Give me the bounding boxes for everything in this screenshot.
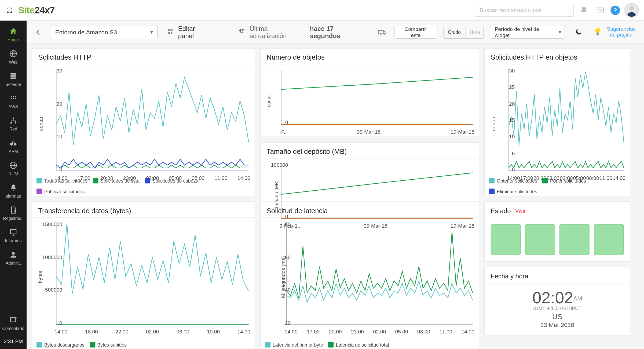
sidebar-label: APM	[9, 149, 18, 154]
sidebar-item-apm[interactable]: APM	[0, 135, 27, 157]
binoculars-icon	[9, 138, 18, 148]
svg-point-9	[10, 143, 13, 146]
brand-site: Site	[18, 5, 34, 15]
envelope-icon[interactable]	[594, 4, 606, 16]
seg-hour[interactable]: Hora	[466, 26, 484, 38]
environment-select[interactable]: Entorno de Amazon S3	[50, 25, 158, 39]
sidebar-item-network[interactable]: Red	[0, 112, 27, 135]
legend: Bytes descargadosBytes subidos	[36, 342, 250, 348]
grid-plus-icon	[167, 28, 175, 36]
panel-status: Estado Vivir	[484, 201, 630, 261]
svg-point-10	[14, 143, 17, 146]
page-suggestions-link[interactable]: 💡 Sugerencias de página	[593, 26, 638, 38]
svg-rect-0	[597, 8, 603, 13]
sidebar-label: RUM	[8, 171, 18, 176]
user-avatar[interactable]	[624, 3, 639, 17]
svg-rect-4	[10, 75, 16, 77]
svg-rect-8	[15, 122, 16, 123]
x-ticks: -F..05-Mar-1819-Mar-18	[280, 129, 474, 135]
last-update: Última actualización hace 17 segundos	[238, 25, 365, 39]
sidebar-item-home[interactable]: Hogar	[0, 23, 27, 45]
panel-title: Solicitudes HTTP en objetos	[485, 49, 630, 64]
dark-mode-icon[interactable]	[575, 27, 584, 37]
bell-icon[interactable]	[578, 4, 590, 16]
chart-httpobj[interactable]: contar 051015202530 14:0017:0020:0023:00…	[485, 64, 630, 196]
sidebar-item-admin[interactable]: Admini..	[0, 246, 27, 269]
sidebar-item-web[interactable]: Web	[0, 46, 27, 68]
panel-data-transfer: Transferencia de datos (bytes) bytes 050…	[32, 201, 255, 349]
truck-icon[interactable]	[377, 26, 389, 38]
aws-icon	[9, 94, 18, 103]
raw-hour-toggle[interactable]: Crudo Hora	[443, 26, 484, 38]
status-box[interactable]	[491, 224, 521, 255]
legend: Obtener solicitudesPoner solicitudesElim…	[489, 178, 625, 194]
share-button[interactable]: Compartir este	[394, 26, 437, 38]
pencil-icon	[9, 315, 18, 325]
status-box[interactable]	[559, 224, 590, 255]
search-input[interactable]	[475, 4, 574, 17]
sidebar-label: Informes	[5, 238, 21, 243]
svg-rect-18	[168, 32, 170, 34]
legend: Todas las solicitudesSolicitudes de list…	[36, 178, 250, 194]
refresh-icon[interactable]	[238, 28, 245, 36]
y-ticks: 0	[273, 68, 288, 125]
svg-point-14	[12, 252, 15, 255]
sidebar-label: Comentario	[2, 326, 24, 331]
chart-objcount[interactable]: contar 0 -F..05-Mar-1819-Mar-18	[261, 64, 479, 137]
status-box[interactable]	[594, 224, 624, 255]
sidebar-item-server[interactable]: Servidor	[0, 68, 27, 90]
status-box[interactable]	[525, 224, 555, 255]
dt-region: US	[489, 313, 625, 321]
sidebar-label: Hogar	[8, 37, 19, 42]
left-sidebar: Hogar Web Servidor AWS Red APM RUM alarm…	[0, 21, 27, 349]
chart-http[interactable]: contar 0102030 14:0017:0020:0023:0002:00…	[32, 64, 255, 196]
chart-data[interactable]: bytes 050000010000001500000 14:0018:0022…	[32, 218, 255, 349]
sidebar-label: Servidor	[5, 82, 21, 87]
panel-http-requests: Solicitudes HTTP contar 0102030 14:0017:…	[32, 48, 255, 196]
panel-latency: Solicitud de latencia Milisegundos (ms) …	[260, 201, 479, 349]
sidebar-label: alarmas	[6, 194, 21, 199]
y-ticks: 1000000	[273, 162, 288, 219]
globe2-icon	[9, 161, 18, 170]
sidebar-item-rum[interactable]: RUM	[0, 157, 27, 180]
y-label: contar	[266, 94, 271, 107]
y-ticks: 20406080	[269, 221, 291, 326]
sidebar-label: Registros..	[3, 216, 23, 221]
back-arrow-icon[interactable]	[33, 26, 44, 38]
dashboard-toolbar: Entorno de Amazon S3 Editar panel Última…	[27, 21, 644, 44]
sidebar-item-alarms[interactable]: alarmas	[0, 180, 27, 202]
svg-rect-7	[10, 122, 12, 123]
edit-panel-button[interactable]: Editar panel	[163, 23, 215, 41]
panel-title: Transferencia de datos (bytes)	[32, 202, 255, 218]
legend: Latencia del primer byteLatencia de soli…	[265, 342, 474, 348]
live-label: Vivir	[515, 208, 526, 214]
sidebar-item-logs[interactable]: Registros..	[0, 202, 27, 224]
svg-rect-3	[10, 73, 16, 75]
sidebar-label: AWS	[9, 104, 18, 109]
sidebar-label: Red	[9, 127, 17, 132]
help-icon[interactable]: ?	[610, 5, 620, 15]
chart-latency[interactable]: Milisegundos (ms) 20406080 14:0017:0020:…	[261, 218, 479, 349]
seg-raw[interactable]: Crudo	[444, 26, 466, 38]
sidebar-item-reports[interactable]: Informes	[0, 224, 27, 246]
bell2-icon	[9, 183, 18, 192]
sidebar-item-feedback[interactable]: Comentario	[0, 312, 27, 334]
last-update-label: Última actualización	[250, 25, 306, 39]
fullscreen-icon[interactable]	[5, 6, 14, 14]
sidebar-clock: 2:31 PM	[0, 334, 27, 349]
sidebar-label: Web	[9, 60, 18, 64]
bulb-icon: 💡	[593, 28, 602, 36]
edit-panel-label: Editar panel	[178, 25, 212, 39]
svg-rect-5	[10, 78, 16, 79]
panel-title: Tamaño del depósito (MB)	[261, 143, 479, 158]
svg-rect-6	[13, 118, 14, 119]
svg-rect-15	[10, 318, 16, 322]
y-ticks: 0102030	[41, 68, 62, 173]
home-icon	[9, 27, 18, 36]
suggest-label: Sugerencias de página	[605, 26, 638, 38]
sidebar-item-aws[interactable]: AWS	[0, 90, 27, 112]
dt-date: 23 Mar 2018	[489, 321, 625, 328]
panel-http-objects: Solicitudes HTTP en objetos contar 05101…	[484, 48, 630, 196]
y-ticks: 050000010000001500000	[41, 221, 62, 326]
period-select[interactable]: Período de nivel de widget	[490, 26, 565, 38]
